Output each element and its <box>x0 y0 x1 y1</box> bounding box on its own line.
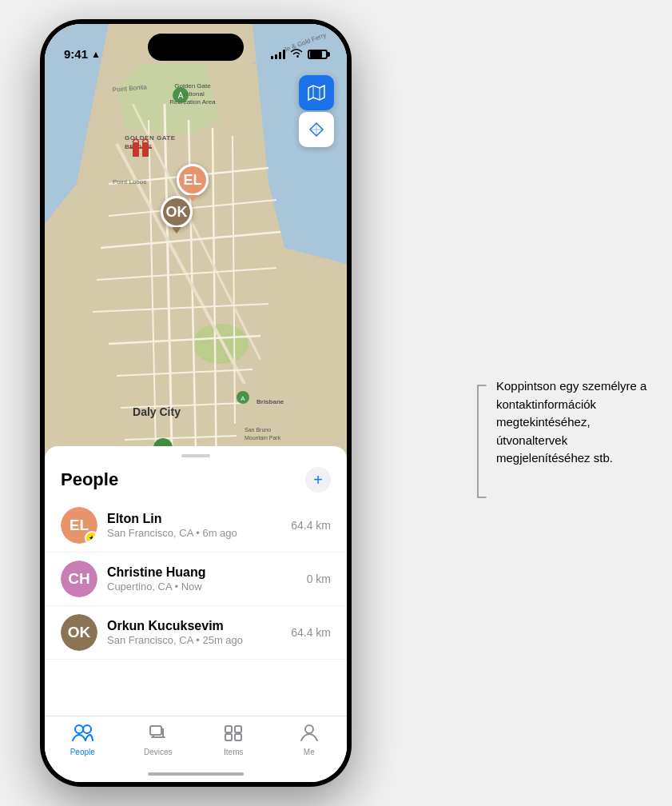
tab-people[interactable]: People <box>45 723 121 756</box>
me-tab-icon <box>298 723 320 745</box>
status-time: 9:41 ▲ <box>64 47 101 61</box>
bottom-sheet: People + EL ★ Elto <box>45 446 347 782</box>
scene: 9:41 ▲ <box>0 0 672 806</box>
tab-devices[interactable]: Devices <box>121 723 197 756</box>
person-name-christine: Christine Huang <box>107 565 307 580</box>
tab-items[interactable]: Items <box>196 723 272 756</box>
person-distance-christine: 0 km <box>307 573 331 585</box>
person-detail-orkun: San Francisco, CA • 25m ago <box>107 634 291 646</box>
svg-text:San Bruno: San Bruno <box>245 427 271 433</box>
annotation: Koppintson egy személyre a kontaktinform… <box>474 377 656 505</box>
star-badge-elton: ★ <box>85 531 97 544</box>
phone-wrapper: 9:41 ▲ <box>0 0 392 806</box>
people-title: People <box>61 469 118 490</box>
people-tab-icon <box>71 723 93 745</box>
svg-text:A: A <box>178 91 184 100</box>
svg-rect-42 <box>150 726 161 735</box>
person-name-elton: Elton Lin <box>107 512 291 526</box>
svg-rect-33 <box>142 142 149 157</box>
map-person-orkun[interactable]: OK <box>161 196 193 233</box>
annotation-bracket-svg <box>474 377 490 505</box>
tab-items-label: Items <box>224 748 243 756</box>
add-person-button[interactable]: + <box>305 467 331 493</box>
phone: 9:41 ▲ <box>40 19 352 787</box>
tab-people-label: People <box>70 748 95 756</box>
svg-point-1 <box>193 324 249 364</box>
person-distance-elton: 64.4 km <box>291 519 331 532</box>
map-buttons <box>299 75 334 147</box>
items-tab-icon <box>222 723 245 745</box>
person-name-orkun: Orkun Kucuksevim <box>107 619 291 633</box>
svg-text:A: A <box>241 395 245 402</box>
svg-text:Brisbane: Brisbane <box>256 398 284 405</box>
signal-icon <box>271 50 285 59</box>
map-avatar-elton: EL <box>177 164 209 196</box>
person-distance-orkun: 64.4 km <box>291 626 331 639</box>
wifi-icon <box>290 48 303 61</box>
devices-tab-icon <box>147 723 169 745</box>
svg-text:Daly City: Daly City <box>133 405 181 418</box>
map-area[interactable]: 35 Point Bonita Point Lobos GOLDEN GATE … <box>45 24 347 488</box>
time-display: 9:41 <box>64 47 88 61</box>
svg-point-40 <box>75 725 83 733</box>
svg-text:Mountain Park: Mountain Park <box>245 435 281 441</box>
tab-me[interactable]: Me <box>272 723 348 756</box>
battery-icon <box>308 50 328 59</box>
dynamic-island <box>148 34 244 61</box>
plus-icon: + <box>313 471 323 489</box>
status-icons <box>271 48 328 61</box>
location-arrow-icon: ▲ <box>91 49 101 60</box>
svg-point-41 <box>83 725 91 733</box>
map-avatar-orkun: OK <box>161 196 193 228</box>
location-button[interactable] <box>299 112 334 147</box>
avatar-orkun: OK <box>61 614 97 651</box>
svg-text:GOLDEN GATE: GOLDEN GATE <box>125 134 176 142</box>
person-item-elton[interactable]: EL ★ Elton Lin San Francisco, CA • 6m ag… <box>45 499 347 553</box>
phone-screen: 9:41 ▲ <box>45 24 347 782</box>
person-detail-elton: San Francisco, CA • 6m ago <box>107 527 291 539</box>
person-item-christine[interactable]: CH Christine Huang Cupertino, CA • Now 0… <box>45 553 347 606</box>
map-view-button[interactable] <box>299 75 334 110</box>
person-info-elton: Elton Lin San Francisco, CA • 6m ago <box>107 512 291 539</box>
person-detail-christine: Cupertino, CA • Now <box>107 581 307 593</box>
person-info-christine: Christine Huang Cupertino, CA • Now <box>107 565 307 593</box>
svg-rect-45 <box>235 726 241 732</box>
sheet-header: People + <box>45 457 347 499</box>
avatar-christine: CH <box>61 561 97 597</box>
svg-text:Point Lobos: Point Lobos <box>113 178 146 186</box>
home-indicator <box>148 772 244 776</box>
svg-point-48 <box>305 725 313 733</box>
svg-rect-32 <box>133 142 139 157</box>
svg-rect-44 <box>225 726 232 732</box>
svg-rect-46 <box>225 734 232 740</box>
annotation-text: Koppintson egy személyre a kontaktinform… <box>496 377 656 468</box>
svg-rect-47 <box>235 734 241 740</box>
person-info-orkun: Orkun Kucuksevim San Francisco, CA • 25m… <box>107 619 291 646</box>
avatar-elton: EL ★ <box>61 507 97 544</box>
tab-me-label: Me <box>304 748 315 756</box>
person-item-orkun[interactable]: OK Orkun Kucuksevim San Francisco, CA • … <box>45 606 347 660</box>
tab-devices-label: Devices <box>144 748 173 756</box>
